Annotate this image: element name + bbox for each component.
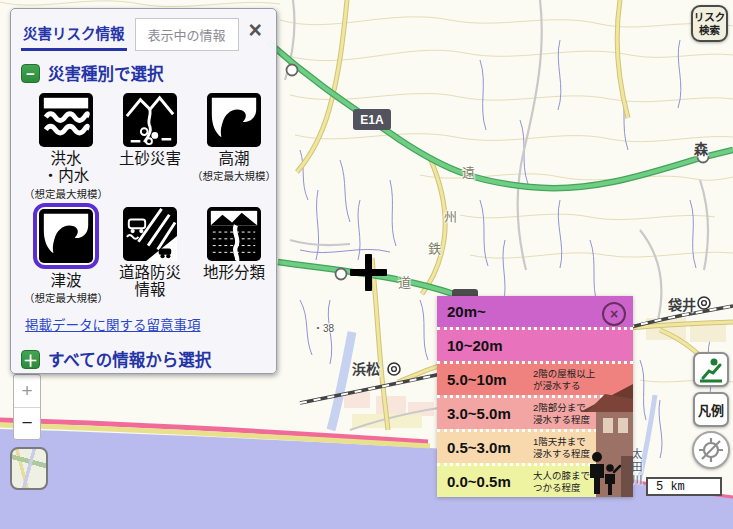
hazard-type-terrain[interactable]: 地形分類 (203, 207, 265, 305)
map-crosshair (365, 254, 372, 291)
panel-tabs: 災害リスク情報 表示中の情報 × (21, 18, 268, 51)
legend-row: 3.0~5.0m 2階部分まで 浸水する程度 (437, 395, 633, 429)
section-select-all: ＋ すべての情報から選択 (21, 347, 276, 371)
railway-label-char: 遠 (462, 162, 475, 181)
hazard-type-tsunami[interactable]: 津波 （想定最大規模） (24, 207, 108, 305)
storm-surge-icon (207, 93, 261, 147)
close-icon[interactable]: × (243, 18, 268, 43)
hazard-type-flood[interactable]: 洪水 ・内水 （想定最大規模） (24, 93, 108, 201)
railway-label-char: 州 (444, 206, 457, 225)
railway-label-char: 道 (398, 272, 411, 291)
disaster-risk-panel: 災害リスク情報 表示中の情報 × − 災害種別で選択 洪水 ・内水 （想定最大規… (10, 8, 277, 374)
tab-disaster-risk-info[interactable]: 災害リスク情報 (21, 18, 127, 51)
zoom-in-button[interactable]: + (14, 375, 40, 408)
running-person-icon (697, 356, 725, 384)
flood-icon (39, 93, 93, 147)
place-label-hamamatsu: 浜松 (352, 358, 380, 378)
landslide-icon (123, 93, 177, 147)
hazard-type-grid: 洪水 ・内水 （想定最大規模） 土砂災害 (24, 93, 276, 305)
spot-elevation-label: ・38 (313, 320, 334, 335)
zoom-control: + − (13, 374, 41, 440)
overview-map-button[interactable] (10, 447, 48, 490)
railway-label-char: 鉄 (428, 238, 441, 257)
risk-search-button[interactable]: リスク 検索 (691, 5, 728, 42)
terrain-icon (207, 207, 261, 261)
tsunami-depth-legend: 20m~ × 10~20m 5.0~10m 2階の屋根以上 が浸水する 3.0~… (437, 296, 633, 497)
legend-toggle-button[interactable]: 凡例 (693, 392, 729, 427)
expand-icon[interactable]: ＋ (21, 350, 40, 369)
map-application: 森 袋井 浜松 遠 州 鉄 道 太田川 ・38 E1A 災害リスク情報 表示中の… (0, 0, 733, 529)
scale-bar: 5 km (646, 477, 722, 496)
road-hazard-icon (123, 207, 177, 261)
current-location-button[interactable] (692, 431, 730, 469)
zoom-out-button[interactable]: − (14, 408, 40, 440)
data-notes-link[interactable]: 掲載データに関する留意事項 (25, 314, 276, 334)
legend-row: 0.0~0.5m 大人の膝まで つかる程度 (437, 463, 633, 497)
hazard-type-landslide[interactable]: 土砂災害 (119, 93, 181, 201)
legend-row: 0.5~3.0m 1階天井まで 浸水する程度 (437, 429, 633, 463)
hazard-type-road[interactable]: 道路防災 情報 (119, 207, 181, 305)
legend-close-icon[interactable]: × (602, 302, 626, 326)
section-select-by-type: − 災害種別で選択 (21, 61, 276, 85)
hazard-type-storm-surge[interactable]: 高潮 （想定最大規模） (192, 93, 276, 201)
legend-row: 10~20m (437, 327, 633, 361)
location-disabled-icon (697, 436, 725, 464)
place-label-fukuroi: 袋井 (668, 294, 696, 314)
evacuation-site-button[interactable] (693, 352, 729, 387)
place-label-mori: 森 (694, 138, 708, 158)
section-title: 災害種別で選択 (48, 61, 164, 85)
collapse-icon[interactable]: − (21, 64, 40, 83)
legend-row: 5.0~10m 2階の屋根以上 が浸水する (437, 361, 633, 395)
legend-row: 20m~ × (437, 296, 633, 327)
tsunami-icon (33, 203, 99, 269)
route-badge-e1a: E1A (353, 109, 391, 130)
section-title: すべての情報から選択 (48, 347, 211, 371)
tab-displayed-info[interactable]: 表示中の情報 (135, 18, 239, 51)
